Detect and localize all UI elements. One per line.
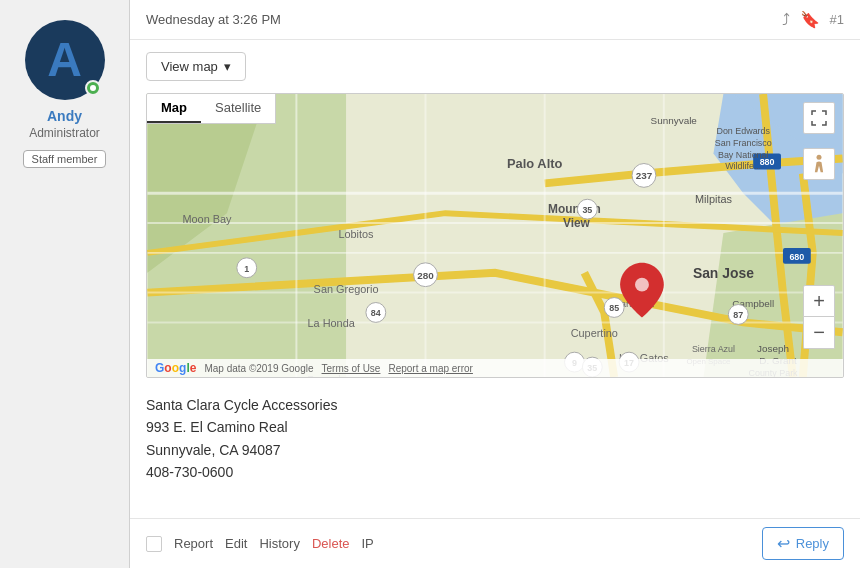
chevron-down-icon: ▾ — [224, 59, 231, 74]
svg-text:San Jose: San Jose — [693, 265, 754, 281]
map-tabs: Map Satellite — [147, 94, 276, 124]
svg-text:Joseph: Joseph — [757, 343, 789, 354]
svg-text:280: 280 — [417, 270, 434, 281]
delete-link[interactable]: Delete — [312, 536, 350, 551]
view-map-button[interactable]: View map ▾ — [146, 52, 246, 81]
user-role: Administrator — [29, 126, 100, 140]
address-line-2: 993 E. El Camino Real — [146, 416, 844, 438]
svg-text:San Gregorio: San Gregorio — [314, 283, 379, 295]
header-actions: ⤴ 🔖 #1 — [782, 10, 844, 29]
footer-actions-left: Report Edit History Delete IP — [146, 536, 374, 552]
map-footer: Google Map data ©2019 Google Terms of Us… — [147, 359, 843, 377]
post-content: View map ▾ — [130, 40, 860, 518]
map-data-text: Map data ©2019 Google — [204, 363, 313, 374]
svg-text:1: 1 — [244, 264, 249, 274]
user-name[interactable]: Andy — [47, 108, 82, 124]
tab-satellite[interactable]: Satellite — [201, 94, 275, 123]
svg-text:35: 35 — [582, 205, 592, 215]
svg-text:Sunnyvale: Sunnyvale — [651, 115, 698, 126]
post-number: #1 — [830, 12, 844, 27]
reply-label: Reply — [796, 536, 829, 551]
svg-text:84: 84 — [371, 308, 381, 318]
staff-member-badge: Staff member — [23, 150, 107, 168]
svg-text:La Honda: La Honda — [308, 317, 356, 329]
view-map-label: View map — [161, 59, 218, 74]
streetview-button[interactable] — [803, 148, 835, 180]
svg-text:85: 85 — [609, 303, 619, 313]
report-map-error[interactable]: Report a map error — [388, 363, 472, 374]
reply-arrow-icon: ↩ — [777, 534, 790, 553]
svg-text:Palo Alto: Palo Alto — [507, 156, 563, 171]
map-terms-link[interactable]: Terms of Use — [322, 363, 381, 374]
reply-button[interactable]: ↩ Reply — [762, 527, 844, 560]
share-icon[interactable]: ⤴ — [782, 11, 790, 29]
ip-link[interactable]: IP — [361, 536, 373, 551]
map-fullscreen-button[interactable] — [803, 102, 835, 134]
svg-text:Cupertino: Cupertino — [571, 327, 618, 339]
map-zoom-in-button[interactable]: + — [803, 285, 835, 317]
svg-text:Bay National: Bay National — [718, 150, 769, 160]
post-header: Wednesday at 3:26 PM ⤴ 🔖 #1 — [130, 0, 860, 40]
address-line-4: 408-730-0600 — [146, 461, 844, 483]
svg-text:Wildlife...: Wildlife... — [725, 161, 761, 171]
svg-text:San Francisco: San Francisco — [715, 138, 772, 148]
report-link[interactable]: Report — [174, 536, 213, 551]
select-checkbox[interactable] — [146, 536, 162, 552]
svg-text:Don Edwards: Don Edwards — [716, 126, 770, 136]
svg-point-64 — [635, 278, 649, 292]
history-link[interactable]: History — [259, 536, 299, 551]
post-timestamp: Wednesday at 3:26 PM — [146, 12, 281, 27]
map-container: 280 237 880 680 Palo Alto Mountain View … — [146, 93, 844, 378]
svg-text:237: 237 — [636, 170, 653, 181]
sidebar: A Andy Administrator Staff member — [0, 0, 130, 568]
avatar: A — [25, 20, 105, 100]
svg-text:Lobitos: Lobitos — [338, 228, 374, 240]
svg-text:87: 87 — [733, 310, 743, 320]
edit-link[interactable]: Edit — [225, 536, 247, 551]
avatar-letter: A — [47, 36, 82, 84]
address-line-1: Santa Clara Cycle Accessories — [146, 394, 844, 416]
address-block: Santa Clara Cycle Accessories 993 E. El … — [146, 394, 844, 484]
online-badge — [85, 80, 101, 96]
svg-text:Milpitas: Milpitas — [695, 193, 733, 205]
svg-text:Sierra Azul: Sierra Azul — [692, 344, 735, 354]
main-content: Wednesday at 3:26 PM ⤴ 🔖 #1 View map ▾ — [130, 0, 860, 568]
svg-point-65 — [817, 155, 822, 160]
post-footer: Report Edit History Delete IP ↩ Reply — [130, 518, 860, 568]
address-line-3: Sunnyvale, CA 94087 — [146, 439, 844, 461]
map-zoom-out-button[interactable]: − — [803, 317, 835, 349]
svg-text:Moon Bay: Moon Bay — [182, 213, 232, 225]
google-logo: Google — [155, 361, 196, 375]
bookmark-icon[interactable]: 🔖 — [800, 10, 820, 29]
svg-text:680: 680 — [789, 252, 804, 262]
tab-map[interactable]: Map — [147, 94, 201, 123]
